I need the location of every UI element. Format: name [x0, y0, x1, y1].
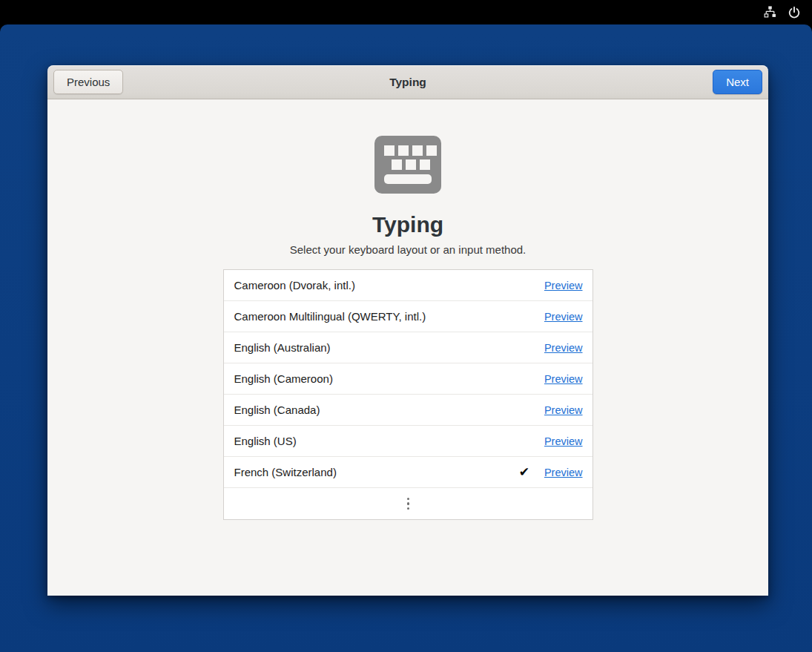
selected-check-icon: ✔: [516, 464, 532, 480]
preview-link[interactable]: Preview: [544, 373, 583, 385]
network-tree-icon[interactable]: [763, 5, 777, 19]
layout-list: Cameroon (Dvorak, intl.) ✔ Preview Camer…: [223, 269, 593, 520]
preview-link[interactable]: Preview: [544, 467, 583, 478]
layout-row[interactable]: Cameroon (Dvorak, intl.) ✔ Preview: [224, 270, 593, 301]
layout-row[interactable]: Cameroon Multilingual (QWERTY, intl.) ✔ …: [224, 301, 593, 332]
layout-label: English (Australian): [234, 341, 516, 354]
next-button[interactable]: Next: [713, 70, 762, 94]
layout-label: English (Cameroon): [234, 372, 516, 385]
window-title: Typing: [47, 76, 768, 89]
preview-link[interactable]: Preview: [544, 435, 583, 447]
layout-label: Cameroon (Dvorak, intl.): [234, 279, 516, 292]
page-subtitle: Select your keyboard layout or an input …: [290, 243, 527, 256]
page-title: Typing: [372, 212, 443, 237]
preview-link[interactable]: Preview: [544, 311, 583, 323]
desktop-background: Previous Typing Next Typing Sele: [0, 24, 812, 652]
layout-label: English (US): [234, 435, 516, 447]
layout-row[interactable]: English (US) ✔ Preview: [224, 426, 593, 457]
more-row[interactable]: [224, 488, 593, 519]
preview-link[interactable]: Preview: [544, 404, 583, 416]
layout-label: English (Canada): [234, 404, 516, 416]
layout-label: French (Switzerland): [234, 466, 516, 478]
dialog-content: Typing Select your keyboard layout or an…: [47, 99, 768, 596]
layout-row[interactable]: French (Switzerland) ✔ Preview: [224, 457, 593, 488]
layout-label: Cameroon Multilingual (QWERTY, intl.): [234, 310, 516, 323]
layout-row[interactable]: English (Cameroon) ✔ Preview: [224, 363, 593, 395]
layout-row[interactable]: English (Australian) ✔ Preview: [224, 332, 593, 363]
layout-row[interactable]: English (Canada) ✔ Preview: [224, 395, 593, 426]
dialog-headerbar: Previous Typing Next: [47, 65, 768, 99]
typing-dialog: Previous Typing Next Typing Sele: [47, 65, 768, 596]
top-bar: [0, 0, 812, 24]
keyboard-icon: [374, 136, 441, 197]
previous-button[interactable]: Previous: [53, 70, 123, 94]
power-icon[interactable]: [787, 5, 801, 19]
preview-link[interactable]: Preview: [544, 280, 583, 292]
preview-link[interactable]: Preview: [544, 342, 583, 354]
view-more-icon: [407, 498, 410, 510]
